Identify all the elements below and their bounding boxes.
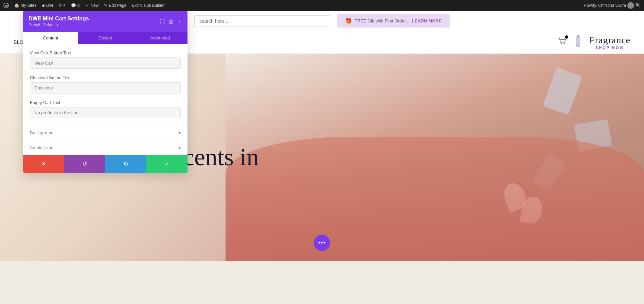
learn-more-link[interactable]: LEARN MORE xyxy=(412,18,442,23)
panel-header-icons: ⛶ ▥ ⋮ xyxy=(160,19,182,24)
hero-image xyxy=(226,54,644,261)
divi-icon: ◆ xyxy=(42,3,45,8)
tab-design[interactable]: Design xyxy=(78,32,132,44)
comments-menu[interactable]: ⟳ 4 xyxy=(58,3,66,8)
fragrance-shop-link[interactable]: SHOP NOW xyxy=(595,46,624,50)
search-icon[interactable]: 🔍 xyxy=(636,3,641,8)
svg-text:W: W xyxy=(5,4,8,7)
dots-icon: ••• xyxy=(318,239,326,247)
panel-title: DWE Mini Cart Settings xyxy=(29,16,89,22)
plus-icon: ＋ xyxy=(85,3,89,9)
panel-tabs: Content Design Advanced xyxy=(23,32,187,44)
svg-point-7 xyxy=(577,39,579,43)
svg-point-3 xyxy=(564,43,565,44)
fragrance-title: Fragrance xyxy=(589,35,630,46)
admin-bar: W 🏠 My Sites ◆ Divi ⟳ 4 💬 0 ＋ New ✎ Edit… xyxy=(0,0,644,11)
cancel-button[interactable]: ✕ xyxy=(23,155,64,173)
background-section: Background ▾ xyxy=(30,125,181,140)
comment-icon: 💬 xyxy=(71,3,76,8)
empty-cart-label: Empty Cart Text xyxy=(30,100,181,105)
perfume-bottle-icon xyxy=(574,34,583,50)
exit-visual-builder-btn[interactable]: Exit Visual Builder xyxy=(132,3,165,8)
background-header[interactable]: Background ▾ xyxy=(30,130,181,135)
admin-label-chevron-icon: ▾ xyxy=(179,146,181,150)
empty-cart-field-group: Empty Cart Text xyxy=(30,100,181,118)
refresh-icon: ⟳ xyxy=(58,3,62,8)
liquid-fill xyxy=(226,137,644,261)
background-title: Background xyxy=(30,130,53,135)
view-cart-field-group: View Cart Button Text xyxy=(30,51,181,69)
gift-banner: 🎁 FREE Gift with First Order... LEARN MO… xyxy=(337,14,450,28)
view-cart-input[interactable] xyxy=(30,57,181,69)
panel-footer: ✕ ↺ ↻ ✓ xyxy=(23,155,187,173)
fragrance-brand: Fragrance SHOP NOW xyxy=(589,35,630,50)
settings-panel: DWE Mini Cart Settings Preset: Default ▾… xyxy=(23,11,187,173)
svg-point-2 xyxy=(561,43,562,44)
more-options-icon[interactable]: ⋮ xyxy=(177,19,182,24)
checkout-label: Checkout Button Text xyxy=(30,75,181,80)
checkout-input[interactable] xyxy=(30,82,181,94)
edit-icon: ✎ xyxy=(104,3,107,8)
wp-logo[interactable]: W xyxy=(3,3,9,8)
tab-content[interactable]: Content xyxy=(23,32,78,44)
columns-icon[interactable]: ▥ xyxy=(169,19,173,24)
edit-page-btn[interactable]: ✎ Edit Page xyxy=(104,3,126,8)
checkout-field-group: Checkout Button Text xyxy=(30,75,181,94)
search-input[interactable] xyxy=(194,15,330,27)
admin-label-header[interactable]: Admin Label ▾ xyxy=(30,145,181,150)
panel-subtitle: Preset: Default ▾ xyxy=(29,22,89,27)
howdy-label[interactable]: Howdy, Christina Gwira 🔍 xyxy=(584,2,641,9)
panel-header: DWE Mini Cart Settings Preset: Default ▾… xyxy=(23,11,187,32)
new-menu[interactable]: ＋ New xyxy=(85,3,99,9)
cart-icon[interactable] xyxy=(557,37,567,48)
avatar xyxy=(627,2,634,9)
empty-cart-input[interactable] xyxy=(30,107,181,118)
my-sites-menu[interactable]: 🏠 My Sites xyxy=(14,3,36,8)
nav-right: Fragrance SHOP NOW xyxy=(557,34,630,50)
comment-count[interactable]: 💬 0 xyxy=(71,3,80,8)
gift-icon: 🎁 xyxy=(345,18,352,24)
panel-header-left: DWE Mini Cart Settings Preset: Default ▾ xyxy=(29,16,89,27)
expand-icon[interactable]: ⛶ xyxy=(160,19,165,24)
floating-dots-button[interactable]: ••• xyxy=(314,235,330,251)
view-cart-label: View Cart Button Text xyxy=(30,51,181,55)
house-icon: 🏠 xyxy=(14,3,19,8)
redo-button[interactable]: ↻ xyxy=(105,155,146,173)
svg-rect-6 xyxy=(577,36,578,37)
reset-button[interactable]: ↺ xyxy=(64,155,105,173)
admin-label-section: Admin Label ▾ xyxy=(30,140,181,155)
background-chevron-icon: ▾ xyxy=(179,131,181,135)
tab-advanced[interactable]: Advanced xyxy=(133,32,187,44)
panel-body: View Cart Button Text Checkout Button Te… xyxy=(23,44,187,155)
admin-bar-right: Howdy, Christina Gwira 🔍 xyxy=(584,2,641,9)
cart-badge xyxy=(565,35,568,39)
save-button[interactable]: ✓ xyxy=(146,155,187,173)
admin-label-title: Admin Label xyxy=(30,145,54,150)
divi-menu[interactable]: ◆ Divi xyxy=(42,3,53,8)
preset-dropdown-arrow[interactable]: ▾ xyxy=(57,23,58,27)
ice-shape-1 xyxy=(543,67,582,115)
